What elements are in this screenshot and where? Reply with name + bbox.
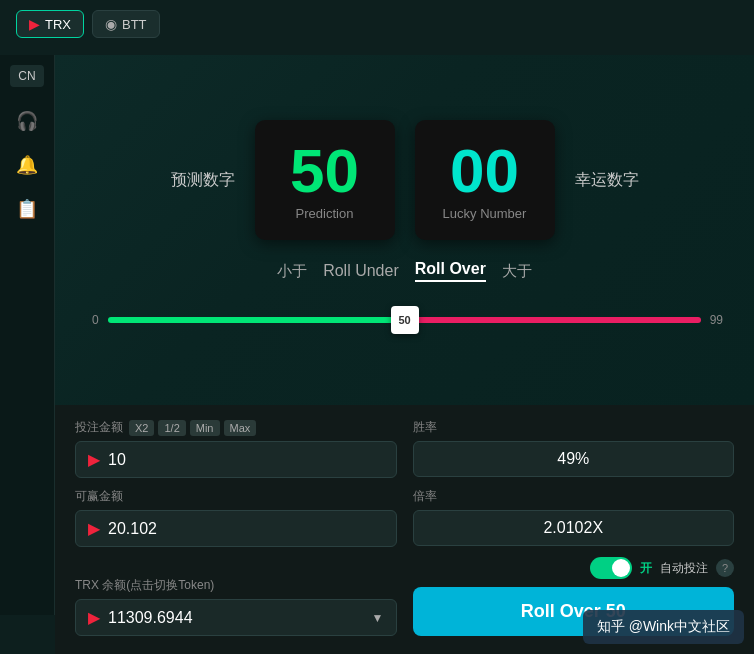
btt-token-button[interactable]: ◉ BTT <box>92 10 160 38</box>
winrate-value: 49% <box>426 450 722 468</box>
winnable-group: 可赢金额 ▶ 20.102 <box>75 488 397 547</box>
slider-min: 0 <box>92 313 99 327</box>
roll-over-button[interactable]: Roll Over <box>415 260 486 282</box>
autobet-row: 开 自动投注 ? <box>413 557 735 579</box>
winnable-input-wrap: ▶ 20.102 <box>75 510 397 547</box>
watermark: 知乎 @Wink中文社区 <box>583 610 744 644</box>
slider-max: 99 <box>710 313 723 327</box>
multiplier-value: 2.0102X <box>426 519 722 537</box>
x2-button[interactable]: X2 <box>129 420 154 436</box>
bet-actions: X2 1/2 Min Max <box>129 420 256 436</box>
help-icon[interactable]: ? <box>716 559 734 577</box>
bet-input-wrap: ▶ 投注额度 10 <box>75 441 397 478</box>
watermark-text: 知乎 @Wink中文社区 <box>597 618 730 634</box>
trx-token-button[interactable]: ▶ TRX <box>16 10 84 38</box>
roll-over-suffix: 大于 <box>502 262 532 281</box>
balance-dropdown-arrow[interactable]: ▼ <box>372 611 384 625</box>
balance-icon: ▶ <box>88 608 100 627</box>
min-button[interactable]: Min <box>190 420 220 436</box>
trx-label: TRX <box>45 17 71 32</box>
lucky-box: 00 Lucky Number <box>415 120 555 240</box>
half-button[interactable]: 1/2 <box>158 420 185 436</box>
slider-thumb[interactable]: 50 <box>391 306 419 334</box>
lang-button[interactable]: CN <box>10 65 43 87</box>
roll-under-prefix: 小于 <box>277 262 307 281</box>
multiplier-group: 倍率 2.0102X <box>413 488 735 547</box>
winrate-input-wrap: 49% <box>413 441 735 477</box>
lucky-value: 00 <box>450 140 519 202</box>
multiplier-input-wrap: 2.0102X <box>413 510 735 546</box>
sidebar-icon-bell[interactable]: 🔔 <box>9 147 45 183</box>
bet-icon: ▶ <box>88 450 100 469</box>
sidebar-icon-headset[interactable]: 🎧 <box>9 103 45 139</box>
prediction-value: 50 <box>290 140 359 202</box>
autobet-label: 自动投注 <box>660 560 708 577</box>
roll-mode: 小于 Roll Under Roll Over 大于 <box>277 260 532 282</box>
prediction-label: 预测数字 <box>171 170 235 191</box>
lucky-caption: Lucky Number <box>443 206 527 221</box>
lucky-label: 幸运数字 <box>575 170 639 191</box>
sidebar-icon-clipboard[interactable]: 📋 <box>9 191 45 227</box>
sidebar: CN 🎧 🔔 📋 <box>0 55 55 615</box>
bet-input[interactable] <box>108 451 168 469</box>
autobet-toggle[interactable] <box>590 557 632 579</box>
winnable-icon: ▶ <box>88 519 100 538</box>
bet-row: 投注金额 X2 1/2 Min Max ▶ 投注额度 10 胜率 49% <box>75 419 734 478</box>
btt-icon: ◉ <box>105 16 117 32</box>
winnable-value: 20.102 <box>108 520 384 538</box>
game-area: 预测数字 50 Prediction 00 Lucky Number 幸运数字 … <box>55 55 754 405</box>
balance-input-wrap: ▶ 11309.6944 ▼ <box>75 599 397 636</box>
balance-group: TRX 余额(点击切换Token) ▶ 11309.6944 ▼ <box>75 577 397 636</box>
multiplier-label: 倍率 <box>413 488 735 505</box>
winnable-row: 可赢金额 ▶ 20.102 倍率 2.0102X <box>75 488 734 547</box>
btt-label: BTT <box>122 17 147 32</box>
top-bar: ▶ TRX ◉ BTT <box>0 0 754 48</box>
balance-value: 11309.6944 <box>108 609 364 627</box>
winrate-group: 胜率 49% <box>413 419 735 478</box>
slider-track[interactable]: 50 <box>108 317 701 323</box>
number-display-row: 预测数字 50 Prediction 00 Lucky Number 幸运数字 <box>75 120 734 240</box>
winrate-label: 胜率 <box>413 419 735 436</box>
prediction-caption: Prediction <box>296 206 354 221</box>
trx-icon: ▶ <box>29 16 40 32</box>
bet-label: 投注金额 <box>75 419 123 436</box>
prediction-box: 50 Prediction <box>255 120 395 240</box>
winnable-label: 可赢金额 <box>75 488 397 505</box>
bet-group: 投注金额 X2 1/2 Min Max ▶ 投注额度 10 <box>75 419 397 478</box>
bet-label-row: 投注金额 X2 1/2 Min Max <box>75 419 397 436</box>
max-button[interactable]: Max <box>224 420 257 436</box>
slider-container: 0 50 99 <box>108 300 701 340</box>
roll-under-button[interactable]: Roll Under <box>323 262 399 280</box>
balance-label[interactable]: TRX 余额(点击切换Token) <box>75 577 397 594</box>
autobet-on-label: 开 <box>640 560 652 577</box>
toggle-knob <box>612 559 630 577</box>
